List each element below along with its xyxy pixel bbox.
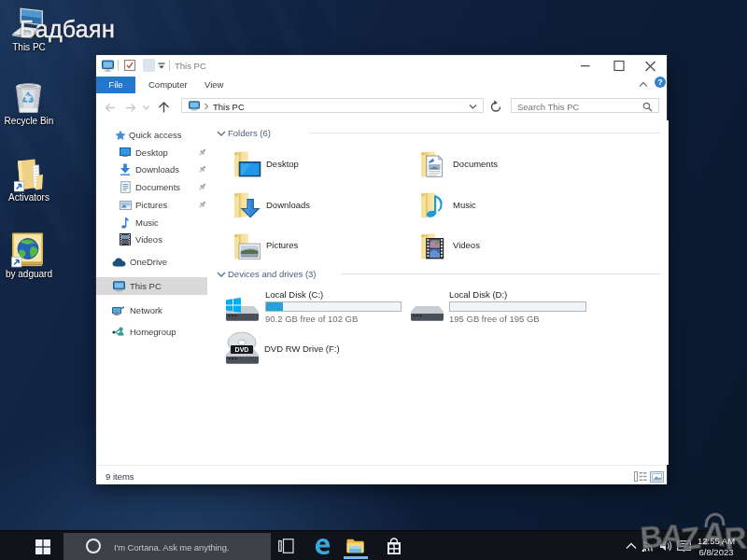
svg-text:DVD: DVD <box>235 346 249 353</box>
